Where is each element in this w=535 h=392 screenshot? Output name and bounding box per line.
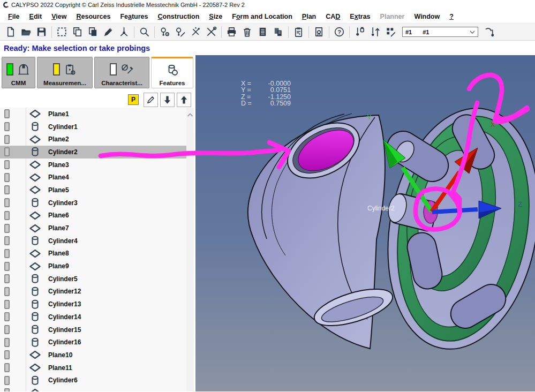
menu-edit[interactable]: Edit: [25, 13, 47, 20]
menu-window[interactable]: Window: [409, 13, 444, 20]
toolbar-separator: [329, 26, 329, 38]
feature-row[interactable]: Plane9: [0, 260, 186, 273]
search-icon[interactable]: [137, 25, 152, 39]
feature-row[interactable]: Plane11: [0, 361, 186, 374]
feature-row[interactable]: Plane7: [0, 222, 186, 235]
feature-row[interactable]: Plane10: [0, 349, 186, 361]
tab-characterist[interactable]: Characterist...: [94, 57, 149, 88]
report-icon[interactable]: [255, 25, 270, 39]
toolbar: ?#1#1: [0, 24, 535, 41]
probe-change-icon[interactable]: [482, 25, 498, 39]
clipboard-icon[interactable]: [291, 25, 306, 39]
feature-label: Plane4: [48, 174, 69, 181]
feature-row[interactable]: Plane5: [0, 184, 186, 197]
menu-features[interactable]: Features: [115, 13, 153, 20]
menu-file[interactable]: File: [3, 13, 25, 20]
feature-row[interactable]: Cylinder15: [0, 323, 186, 336]
feature-row[interactable]: Cylinder16: [0, 336, 186, 349]
feature-label: Plane5: [48, 186, 69, 194]
open-folder-icon[interactable]: [18, 25, 34, 39]
plane-icon: [29, 362, 41, 373]
feature-row[interactable]: Plane2: [0, 133, 186, 146]
cylinder-icon: [29, 197, 41, 208]
probe-manual-icon[interactable]: [352, 25, 367, 39]
feature-row[interactable]: Plane3: [0, 159, 186, 171]
move-up-button[interactable]: [177, 93, 191, 107]
cad-viewport[interactable]: X =-0.0000Y =0.0751Z =-1.1250D =0.7509 Y…: [195, 55, 535, 391]
readout-row: Y =0.0751: [241, 87, 291, 93]
menu-planner[interactable]: Planner: [375, 13, 410, 20]
menu-size[interactable]: Size: [204, 13, 227, 20]
probe-edit-icon[interactable]: [172, 25, 188, 39]
feature-row[interactable]: Cylinder4: [0, 235, 186, 247]
print-icon[interactable]: [224, 25, 239, 39]
probe-angle-icon[interactable]: [116, 25, 132, 39]
feature-row[interactable]: Cylinder12: [0, 285, 186, 298]
feature-row[interactable]: Plane6: [0, 209, 186, 222]
crossed-tools-icon[interactable]: [204, 25, 219, 39]
feature-row[interactable]: Cylinder14: [0, 311, 186, 323]
feature-row[interactable]: [0, 387, 186, 391]
probe-combo-value-left: #1: [405, 29, 412, 35]
probe-slot-indicator: [4, 338, 10, 347]
move-down-button[interactable]: [160, 93, 175, 107]
left-panel: CMMMeasuremen...Characterist...Features …: [0, 55, 195, 391]
feature-row[interactable]: Plane8: [0, 247, 186, 260]
feature-row[interactable]: Cylinder5: [0, 273, 186, 285]
scroll-up-icon[interactable]: [187, 110, 193, 391]
probe-combo[interactable]: #1#1: [402, 27, 478, 37]
feature-list[interactable]: Plane1Cylinder1Plane2Cylinder2Plane3Plan…: [0, 108, 186, 391]
probe-updown-icon[interactable]: [367, 25, 383, 39]
new-file-icon[interactable]: [3, 25, 18, 39]
menu-?[interactable]: ?: [444, 13, 458, 20]
feature-row[interactable]: Cylinder6: [0, 374, 186, 387]
cylinder-icon: [29, 375, 41, 386]
delete-icon[interactable]: [239, 25, 255, 39]
feature-row[interactable]: Cylinder1: [0, 120, 186, 133]
certificate-icon[interactable]: [311, 25, 327, 39]
tab-measuremen[interactable]: Measuremen...: [37, 57, 93, 88]
save-icon[interactable]: [34, 25, 49, 39]
help-icon[interactable]: ?: [331, 25, 347, 39]
copy-icon[interactable]: [70, 25, 85, 39]
menu-cad[interactable]: CAD: [321, 13, 345, 20]
probe-slot-indicator: [4, 363, 10, 372]
tab-cmm[interactable]: CMM: [2, 57, 35, 88]
feature-row[interactable]: Cylinder3: [0, 197, 186, 209]
stylus-tools-icon[interactable]: [188, 25, 204, 39]
menu-extras[interactable]: Extras: [345, 13, 375, 20]
p-button[interactable]: P: [128, 94, 139, 105]
probe-slot-indicator: [4, 376, 10, 385]
probe-slot-indicator: [4, 350, 10, 359]
feature-label: Cylinder13: [48, 300, 81, 308]
marquee-select-icon[interactable]: [54, 25, 70, 39]
menu-plan[interactable]: Plan: [297, 13, 321, 20]
edit-pencil-button[interactable]: [144, 93, 158, 107]
probe-auto-icon[interactable]: [383, 25, 398, 39]
menu-view[interactable]: View: [47, 13, 71, 20]
feature-list-scrollbar[interactable]: [186, 108, 194, 391]
tab-label: Characterist...: [101, 80, 142, 86]
menu-form-and-location[interactable]: Form and Location: [227, 13, 297, 20]
tab-label: CMM: [11, 80, 26, 86]
feature-row[interactable]: Cylinder13: [0, 298, 186, 311]
feature-row[interactable]: Plane1: [0, 108, 186, 120]
probe-gear-icon[interactable]: [157, 25, 172, 39]
probe-slot-indicator: [4, 185, 10, 194]
probe-combo-value-right: #1: [423, 29, 429, 35]
copy-pages-icon[interactable]: [270, 25, 286, 39]
menu-resources[interactable]: Resources: [71, 13, 115, 20]
cylinder-icon: [29, 324, 41, 335]
toolbar-separator: [308, 26, 309, 38]
toolbar-separator: [51, 26, 52, 38]
paste-icon[interactable]: [85, 25, 101, 39]
tab-features[interactable]: Features: [151, 57, 193, 88]
toolbar-separator: [134, 26, 134, 38]
menu-construction[interactable]: Construction: [153, 13, 205, 20]
paint-brush-icon[interactable]: [101, 25, 116, 39]
feature-row[interactable]: Cylinder2: [0, 146, 186, 159]
probe-slot-indicator: [4, 173, 10, 182]
cylinder-icon: [29, 235, 41, 246]
feature-row[interactable]: Plane4: [0, 171, 186, 184]
status-indicator: [110, 63, 117, 76]
